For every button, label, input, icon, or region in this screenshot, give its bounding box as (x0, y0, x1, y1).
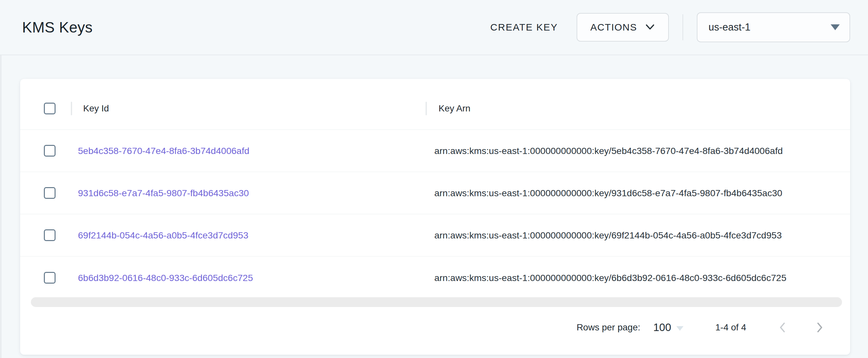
row-checkbox[interactable] (44, 272, 56, 284)
header-divider (683, 14, 683, 40)
column-resize-handle[interactable] (71, 102, 72, 115)
kms-keys-page: { "header": { "title": "KMS Keys", "crea… (0, 0, 868, 358)
key-id-link[interactable]: 931d6c58-e7a7-4fa5-9807-fb4b6435ac30 (78, 188, 249, 199)
key-arn-cell: arn:aws:kms:us-east-1:000000000000:key/5… (434, 146, 783, 156)
table-row: 931d6c58-e7a7-4fa5-9807-fb4b6435ac30 arn… (20, 172, 850, 214)
column-resize-handle[interactable] (426, 102, 427, 115)
region-select-value: us-east-1 (709, 22, 750, 33)
kms-keys-table-card: Key Id Key Arn 5eb4c358-7670-47e4-8fa6-3… (20, 79, 850, 355)
key-id-link[interactable]: 6b6d3b92-0616-48c0-933c-6d605dc6c725 (78, 273, 253, 283)
key-arn-cell: arn:aws:kms:us-east-1:000000000000:key/6… (434, 273, 786, 283)
table-row: 69f2144b-054c-4a56-a0b5-4fce3d7cd953 arn… (20, 214, 850, 257)
rows-per-page-label: Rows per page: (577, 322, 640, 333)
pagination-range-label: 1-4 of 4 (715, 322, 746, 333)
row-checkbox[interactable] (44, 229, 56, 241)
page-header: KMS Keys CREATE KEY ACTIONS us-east-1 (0, 0, 868, 55)
dropdown-triangle-icon (676, 326, 683, 331)
key-arn-cell: arn:aws:kms:us-east-1:000000000000:key/9… (434, 188, 782, 199)
column-header-key-id[interactable]: Key Id (83, 103, 109, 114)
table-header-row: Key Id Key Arn (20, 88, 850, 130)
table-row: 6b6d3b92-0616-48c0-933c-6d605dc6c725 arn… (20, 257, 850, 299)
kms-keys-table: Key Id Key Arn 5eb4c358-7670-47e4-8fa6-3… (20, 88, 850, 299)
key-id-link[interactable]: 5eb4c358-7670-47e4-8fa6-3b74d4006afd (78, 146, 249, 156)
previous-page-button[interactable] (775, 319, 790, 336)
dropdown-triangle-icon (831, 24, 840, 30)
actions-button-label: ACTIONS (590, 22, 637, 33)
rows-per-page-select[interactable]: 100 (653, 321, 683, 334)
key-arn-cell: arn:aws:kms:us-east-1:000000000000:key/6… (434, 230, 782, 241)
horizontal-scrollbar[interactable] (31, 297, 842, 307)
next-page-button[interactable] (812, 319, 827, 336)
row-checkbox[interactable] (44, 145, 56, 157)
chevron-right-icon (815, 322, 824, 333)
rows-per-page-value: 100 (653, 321, 671, 334)
actions-button[interactable]: ACTIONS (577, 13, 669, 41)
select-all-checkbox[interactable] (44, 103, 56, 114)
row-checkbox[interactable] (44, 187, 56, 199)
region-select[interactable]: us-east-1 (697, 12, 850, 42)
key-id-link[interactable]: 69f2144b-054c-4a56-a0b5-4fce3d7cd953 (78, 230, 249, 241)
column-header-key-arn[interactable]: Key Arn (438, 103, 470, 114)
pagination-bar: Rows per page: 100 1-4 of 4 (20, 307, 850, 348)
chevron-down-icon (645, 24, 655, 31)
table-row: 5eb4c358-7670-47e4-8fa6-3b74d4006afd arn… (20, 130, 850, 172)
chevron-left-icon (778, 322, 787, 333)
page-title: KMS Keys (22, 19, 93, 36)
header-controls: CREATE KEY ACTIONS us-east-1 (480, 12, 850, 42)
create-key-button[interactable]: CREATE KEY (480, 14, 567, 40)
